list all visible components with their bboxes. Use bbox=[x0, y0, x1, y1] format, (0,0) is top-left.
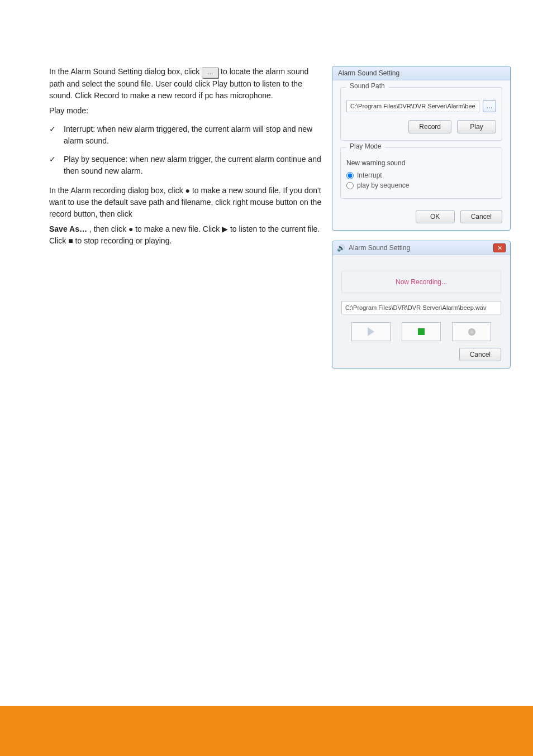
alarm-recording-dialog: 🔊 Alarm Sound Setting ✕ Now Recording...… bbox=[332, 241, 511, 369]
sound-path-group: Sound Path … Record Play bbox=[340, 87, 502, 141]
play-mode-group: Play Mode New warning sound Interrupt pl… bbox=[340, 147, 502, 199]
play-mode-legend: Play Mode bbox=[346, 142, 385, 150]
play-button[interactable]: Play bbox=[457, 120, 496, 133]
play-icon bbox=[368, 327, 374, 336]
record-para-2: , then click ● to make a new file. Click… bbox=[49, 224, 320, 245]
page-footer-band bbox=[0, 706, 533, 756]
mode-interrupt-desc: Interrupt: when new alarm triggered, the… bbox=[49, 123, 322, 147]
mode-sequence-desc: Play by sequence: when new alarm trigger… bbox=[49, 154, 322, 177]
play-mode-label: Play mode: bbox=[49, 105, 322, 117]
radio-sequence[interactable]: play by sequence bbox=[346, 181, 496, 189]
dialog-title: Alarm Sound Setting bbox=[332, 66, 510, 80]
record-path-display: C:\Program Files\DVR\DVR Server\Alarm\be… bbox=[341, 301, 501, 314]
media-record-button[interactable] bbox=[452, 322, 491, 341]
radio-sequence-label: play by sequence bbox=[357, 181, 409, 189]
browse-button[interactable]: … bbox=[483, 100, 496, 112]
cancel-button[interactable]: Cancel bbox=[460, 210, 502, 223]
radio-interrupt[interactable]: Interrupt bbox=[346, 171, 496, 179]
dialog2-title: Alarm Sound Setting bbox=[349, 244, 410, 252]
record-button[interactable]: Record bbox=[408, 120, 451, 133]
stop-icon bbox=[418, 328, 425, 335]
new-warning-label: New warning sound bbox=[346, 159, 496, 167]
media-play-button[interactable] bbox=[351, 322, 391, 341]
ellipsis-button-inline: … bbox=[202, 67, 218, 78]
body-text: In the Alarm Sound Setting dialog box, c… bbox=[49, 66, 322, 250]
ok-button[interactable]: OK bbox=[416, 210, 455, 223]
media-stop-button[interactable] bbox=[402, 322, 441, 341]
now-recording-label: Now Recording... bbox=[341, 271, 501, 293]
app-icon: 🔊 bbox=[337, 244, 345, 252]
radio-interrupt-label: Interrupt bbox=[357, 171, 382, 179]
cancel-button-2[interactable]: Cancel bbox=[459, 348, 501, 361]
record-icon bbox=[468, 328, 475, 336]
sound-path-legend: Sound Path bbox=[346, 82, 388, 90]
sound-path-input[interactable] bbox=[346, 100, 479, 112]
alarm-sound-setting-dialog: Alarm Sound Setting Sound Path … Record … bbox=[332, 66, 511, 231]
save-as-label: Save As… bbox=[49, 224, 87, 233]
record-para-1: In the Alarm recording dialog box, click… bbox=[49, 186, 321, 218]
close-button[interactable]: ✕ bbox=[493, 243, 506, 252]
intro-text-1: In the Alarm Sound Setting dialog box, c… bbox=[49, 67, 202, 76]
